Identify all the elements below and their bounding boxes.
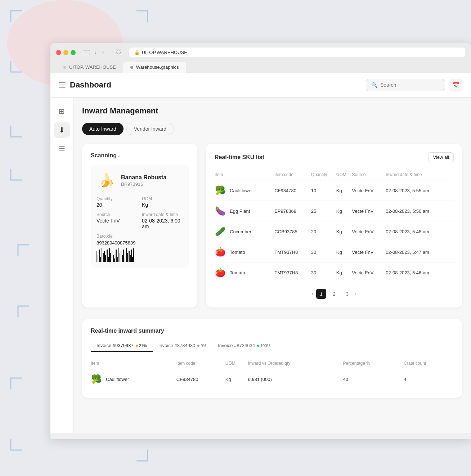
- barcode-visual: [97, 248, 183, 262]
- item-source: Vecte FnV: [352, 180, 386, 201]
- uom-label: UOM: [142, 196, 183, 201]
- invoice-tab-3[interactable]: Invoice #8734634 100%: [212, 340, 276, 352]
- tabs-row: Auto Inward Vendor Inward: [82, 123, 462, 135]
- item-date: 02-08-2023, 5:55 am: [386, 180, 454, 201]
- invoice-tab-2[interactable]: Invoice #8734930 0%: [153, 340, 212, 352]
- sku-item-cell: 🍅 Tomato: [215, 262, 274, 283]
- calendar-button[interactable]: 📅: [449, 78, 462, 91]
- sku-header-row: Item Item code Quantity UOM Source Inwar…: [215, 169, 454, 180]
- col-item: Item: [215, 169, 274, 180]
- sum-col-crate: Crate count: [404, 358, 454, 369]
- sku-title: Real-time SKU list: [215, 154, 264, 161]
- scanning-card: Scanning .. 🍌 Banana Robusta BR973916: [82, 144, 197, 307]
- summary-table-body: 🥦 Cauliflower CF934780 Kg 60/81 (000) 40…: [91, 369, 454, 390]
- view-all-button[interactable]: View all: [428, 152, 454, 162]
- item-emoji: 🍌: [97, 170, 117, 190]
- item-uom: Kg: [336, 242, 352, 262]
- back-button[interactable]: ‹: [93, 49, 98, 57]
- quantity-detail: Quantity 20: [97, 196, 138, 208]
- traffic-lights: [56, 50, 76, 55]
- browser-tabs: UITOP. WAREHOUSE Warehouse.graphics: [50, 62, 471, 73]
- item-icon: 🥦: [215, 185, 226, 196]
- sum-col-code: Item code: [176, 358, 225, 369]
- summary-section: Real-time inward summary Invoice #937993…: [82, 319, 462, 398]
- uom-detail: UOM Kg: [142, 196, 183, 208]
- tab-uitop-warehouse[interactable]: UITOP. WAREHOUSE: [56, 62, 123, 73]
- barcode-number: 893289400875839: [97, 240, 183, 246]
- page-1-button[interactable]: 1: [316, 289, 326, 299]
- browser-titlebar: ‹ › 🛡 🔒 UITOP.WAREHOUSE: [50, 43, 471, 62]
- hamburger-menu[interactable]: [59, 82, 66, 87]
- lock-icon: 🔒: [134, 50, 140, 55]
- tab-label: UITOP. WAREHOUSE: [69, 64, 116, 70]
- minimize-button[interactable]: [63, 50, 68, 55]
- item-source: Vecte FnV: [352, 262, 386, 283]
- col-date: Inward date & time: [386, 169, 454, 180]
- vendor-inward-tab[interactable]: Vendor Inward: [126, 123, 174, 135]
- item-uom: Kg: [336, 201, 352, 221]
- app-container: Dashboard 🔍 📅 ⊞ ⬇ ☰ Inward Management: [50, 73, 471, 433]
- search-box[interactable]: 🔍: [366, 79, 445, 91]
- item-qty: 10: [311, 180, 336, 201]
- item-name: Cucumber: [230, 229, 251, 234]
- col-source: Source: [352, 169, 386, 180]
- sidebar-item-list[interactable]: ☰: [54, 141, 70, 157]
- item-icon: 🥦: [91, 373, 102, 385]
- forward-button[interactable]: ›: [100, 49, 105, 57]
- url-bar[interactable]: 🔒 UITOP.WAREHOUSE: [129, 48, 465, 57]
- item-header: 🍌 Banana Robusta BR973916: [97, 170, 183, 190]
- sku-table-body: 🥦 Cauliflower CF934780 10 Kg Vecte FnV 0…: [215, 180, 454, 283]
- close-button[interactable]: [56, 50, 61, 55]
- item-code: TMT937H8: [274, 262, 311, 283]
- invoice-badge-2: 0%: [197, 343, 206, 348]
- page-title: Inward Management: [82, 106, 462, 116]
- sum-col-uom: UOM: [225, 358, 248, 369]
- invoice-label-3: Invoice #8734634: [218, 343, 255, 348]
- app-header-right: 🔍 📅: [366, 78, 462, 91]
- item-code: EP978368: [274, 201, 311, 221]
- col-uom: UOM: [336, 169, 352, 180]
- item-icon: 🍅: [215, 246, 226, 258]
- barcode-section: Barcode 893289400875839: [97, 234, 183, 262]
- tab-label: Warehouse.graphics: [136, 64, 179, 70]
- main-content: Inward Management Auto Inward Vendor Inw…: [73, 98, 471, 433]
- table-row: 🍆 Egg Plant EP978368 25 Kg Vecte FnV 02-…: [215, 201, 454, 221]
- tab-warehouse-graphics[interactable]: Warehouse.graphics: [123, 62, 186, 73]
- item-name: Egg Plant: [230, 208, 250, 214]
- prev-page-button[interactable]: ‹: [312, 291, 313, 296]
- barcode-label: Barcode: [97, 234, 183, 239]
- next-page-button[interactable]: ›: [355, 291, 356, 296]
- sidebar-toggle-button[interactable]: [83, 50, 90, 55]
- sidebar-item-grid[interactable]: ⊞: [54, 103, 70, 119]
- item-icon: 🥒: [215, 226, 226, 237]
- item-qty: 30: [311, 242, 336, 262]
- col-qty: Quantity: [311, 169, 336, 180]
- sum-col-qty: Inward vs Ordered qty: [248, 358, 343, 369]
- item-pct: 40: [343, 369, 404, 390]
- invoice-tab-1[interactable]: Invoice #9379937 21%: [91, 340, 153, 352]
- sku-section: Real-time SKU list View all Item Item co…: [206, 144, 462, 307]
- item-name: Cauliflower: [106, 377, 129, 382]
- item-source: Vecte FnV: [352, 201, 386, 221]
- col-code: Item code: [274, 169, 311, 180]
- inward-date-detail: Inward date & time 02-08-2023, 6:00 am: [142, 212, 183, 229]
- page-3-button[interactable]: 3: [342, 289, 352, 299]
- item-qty: 25: [311, 201, 336, 221]
- app-header: Dashboard 🔍 📅: [50, 73, 471, 98]
- item-source: Vecte FnV: [352, 221, 386, 242]
- auto-inward-tab[interactable]: Auto Inward: [82, 123, 124, 135]
- page-2-button[interactable]: 2: [329, 289, 339, 299]
- invoice-tabs: Invoice #9379937 21% Invoice #8734930 0%: [91, 340, 454, 352]
- summary-table: Item Item code UOM Inward vs Ordered qty…: [91, 358, 454, 389]
- item-qty: 30: [311, 262, 336, 283]
- scanning-dots: ..: [118, 153, 121, 158]
- item-uom: Kg: [225, 369, 248, 390]
- search-input[interactable]: [380, 82, 440, 88]
- item-code: BR973916: [121, 181, 166, 187]
- scanning-title: Scanning ..: [91, 152, 189, 159]
- quantity-value: 20: [97, 202, 138, 208]
- sku-item-cell: 🍅 Tomato: [215, 242, 274, 262]
- maximize-button[interactable]: [71, 50, 76, 55]
- item-code: TMT937H8: [274, 242, 311, 262]
- sidebar-item-inward[interactable]: ⬇: [54, 122, 70, 138]
